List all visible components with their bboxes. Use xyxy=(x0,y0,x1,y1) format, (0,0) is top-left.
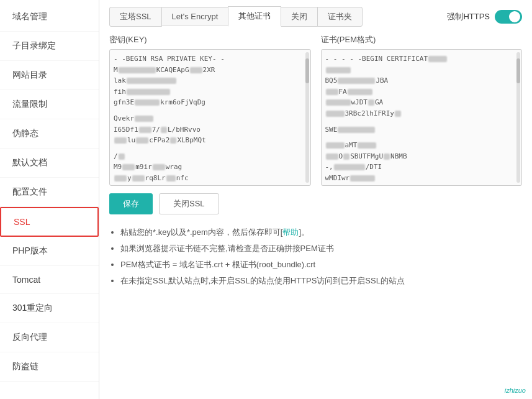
tab-other-cert[interactable]: 其他证书 xyxy=(228,6,281,27)
https-toggle-switch[interactable] xyxy=(495,10,522,24)
close-ssl-button[interactable]: 关闭SSL xyxy=(159,193,219,214)
instructions: 粘贴您的*.key以及*.pem内容，然后保存即可[帮助]。 如果浏览器提示证书… xyxy=(109,224,522,289)
cert-panels: 密钥(KEY) - -BEGIN RSA PRIVATE KEY- - MKCA… xyxy=(109,34,522,186)
key-textarea[interactable]: - -BEGIN RSA PRIVATE KEY- - MKCAQEApG2XR… xyxy=(109,49,311,186)
sidebar-item-subdir[interactable]: 子目录绑定 xyxy=(0,32,99,61)
key-panel-label: 密钥(KEY) xyxy=(109,34,311,45)
sidebar-item-hotlink[interactable]: 防盗链 xyxy=(0,352,99,382)
cert-panel: 证书(PEM格式) - - - - -BEGIN CERTIFICAT BQ5J… xyxy=(321,34,523,186)
instruction-2: 如果浏览器提示证书链不完整,请检查是否正确拼接PEM证书 xyxy=(120,241,522,257)
tab-lets-encrypt[interactable]: Let's Encrypt xyxy=(161,7,229,25)
key-panel: 密钥(KEY) - -BEGIN RSA PRIVATE KEY- - MKCA… xyxy=(109,34,311,186)
sidebar-item-rewrite[interactable]: 伪静态 xyxy=(0,119,99,149)
sidebar-item-ssl[interactable]: SSL xyxy=(0,207,99,237)
sidebar-item-domain[interactable]: 域名管理 xyxy=(0,2,99,32)
sidebar-item-config[interactable]: 配置文件 xyxy=(0,178,99,207)
action-row: 保存 关闭SSL xyxy=(109,193,522,214)
tab-row: 宝塔SSL Let's Encrypt 其他证书 关闭 证书夹 强制HTTPS xyxy=(109,6,522,27)
sidebar: 域名管理 子目录绑定 网站目录 流量限制 伪静态 默认文档 配置文件 SSL P… xyxy=(0,0,99,399)
cert-panel-label: 证书(PEM格式) xyxy=(321,34,523,45)
sidebar-item-webdir[interactable]: 网站目录 xyxy=(0,61,99,90)
main-content: 宝塔SSL Let's Encrypt 其他证书 关闭 证书夹 强制HTTPS … xyxy=(99,0,532,399)
cert-textarea[interactable]: - - - - -BEGIN CERTIFICAT BQ5JBA FA wJDT… xyxy=(321,49,523,186)
watermark: izhizuo xyxy=(505,387,526,394)
tab-baota-ssl[interactable]: 宝塔SSL xyxy=(109,7,162,27)
save-button[interactable]: 保存 xyxy=(109,193,153,214)
https-toggle-area: 强制HTTPS xyxy=(447,10,522,24)
key-scrollbar[interactable] xyxy=(305,52,309,183)
sidebar-item-default-doc[interactable]: 默认文档 xyxy=(0,149,99,178)
tab-close[interactable]: 关闭 xyxy=(281,7,318,27)
help-link[interactable]: 帮助 xyxy=(282,227,299,237)
sidebar-item-proxy[interactable]: 反向代理 xyxy=(0,323,99,352)
instruction-1: 粘贴您的*.key以及*.pem内容，然后保存即可[帮助]。 xyxy=(120,224,522,241)
sidebar-item-php[interactable]: PHP版本 xyxy=(0,237,99,266)
instruction-4: 在未指定SSL默认站点时,未开启SSL的站点使用HTTPS访问到已开启SSL的站… xyxy=(120,273,522,289)
sidebar-item-traffic[interactable]: 流量限制 xyxy=(0,90,99,119)
https-toggle-label: 强制HTTPS xyxy=(447,11,490,22)
watermark-text: izhizuo xyxy=(505,387,526,394)
tab-cert-folder[interactable]: 证书夹 xyxy=(317,7,363,27)
sidebar-item-301[interactable]: 301重定向 xyxy=(0,294,99,323)
instruction-3: PEM格式证书 = 域名证书.crt + 根证书(root_bundle).cr… xyxy=(120,257,522,273)
cert-scrollbar[interactable] xyxy=(516,52,520,183)
sidebar-item-tomcat[interactable]: Tomcat xyxy=(0,266,99,294)
